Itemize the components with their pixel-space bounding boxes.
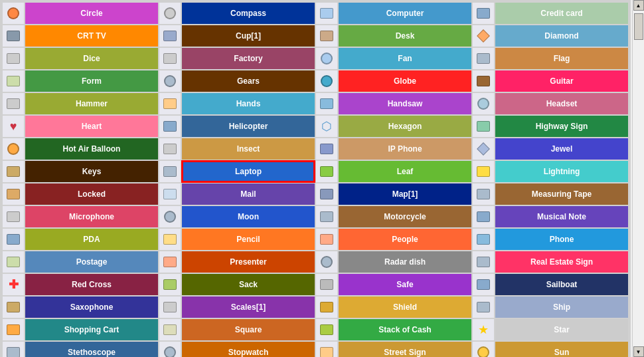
item-label[interactable]: Shopping Cart [25,319,158,340]
item-icon [3,161,24,182]
item-label[interactable]: Handsaw [339,93,471,114]
item-label[interactable]: Mail [182,183,315,205]
item-label[interactable]: Scales[1] [182,297,315,318]
item-label[interactable]: Safe [339,274,471,295]
item-label[interactable]: Star [495,319,628,340]
item-label[interactable]: Ship [495,297,628,318]
item-label[interactable]: Radar dish [339,251,471,273]
item-label[interactable]: Sun [495,342,628,357]
item-label[interactable]: Flag [495,48,628,69]
scroll-down-arrow[interactable]: ▼ [633,346,644,357]
item-label[interactable]: Postage [25,251,158,273]
item-icon [159,183,181,205]
item-label[interactable]: Hexagon [339,116,471,137]
list-item: Laptop [159,161,315,182]
item-label[interactable]: Measuring Tape [495,183,628,205]
item-label[interactable]: Sailboat [495,274,628,295]
item-label[interactable]: Phone [495,229,628,250]
item-label[interactable]: Headset [495,93,628,114]
item-icon [316,93,337,114]
item-label[interactable]: PDA [25,229,158,250]
list-item: Phone [473,229,628,250]
page-wrapper: CircleCompassComputerCredit cardCRT TVCu… [0,0,644,357]
item-icon [316,48,337,69]
item-icon [473,93,494,114]
item-label[interactable]: Gears [182,70,315,92]
item-label[interactable]: Microphone [25,206,158,227]
item-label[interactable]: Presenter [182,251,315,273]
item-icon [473,342,494,357]
item-label[interactable]: Pencil [182,229,315,250]
item-label[interactable]: Desk [339,25,471,47]
item-label[interactable]: Fan [339,48,471,69]
item-label[interactable]: Insect [182,138,315,160]
item-icon [159,70,181,92]
item-icon [316,342,337,357]
item-label[interactable]: Square [182,319,315,340]
item-label[interactable]: Stack of Cash [339,319,471,340]
item-icon [159,229,181,250]
item-label[interactable]: Stopwatch [182,342,315,357]
item-label[interactable]: Real Estate Sign [495,251,628,273]
item-label[interactable]: Jewel [495,138,628,160]
list-item: Postage [3,251,158,273]
item-label[interactable]: IP Phone [339,138,471,160]
list-item: PDA [3,229,158,250]
item-label[interactable]: People [339,229,471,250]
item-label[interactable]: Dice [25,48,158,69]
item-label[interactable]: Hands [182,93,315,114]
item-label[interactable]: Leaf [339,161,471,182]
list-item: Credit card [473,3,628,24]
item-label[interactable]: Cup[1] [182,25,315,47]
item-icon [316,206,337,227]
list-item: Radar dish [316,251,471,273]
item-label[interactable]: Guitar [495,70,628,92]
item-label[interactable]: Map[1] [339,183,471,205]
item-label[interactable]: Hot Air Balloon [25,138,158,160]
item-label[interactable]: Locked [25,183,158,205]
item-label[interactable]: Globe [339,70,471,92]
item-label[interactable]: Compass [182,3,315,24]
list-item: Diamond [473,25,628,47]
item-label[interactable]: Form [25,70,158,92]
item-label[interactable]: Keys [25,161,158,182]
item-icon [316,70,337,92]
item-icon: ★ [473,319,494,340]
item-label[interactable]: Lightning [495,161,628,182]
list-item: Hammer [3,93,158,114]
item-label[interactable]: Helicopter [182,116,315,137]
item-label[interactable]: Stethoscope [25,342,158,357]
item-label[interactable]: Moon [182,206,315,227]
item-label[interactable]: Street Sign [339,342,471,357]
item-label[interactable]: Diamond [495,25,628,47]
item-label[interactable]: CRT TV [25,25,158,47]
list-item: ✚Red Cross [3,274,158,295]
scroll-up-arrow[interactable]: ▲ [633,0,644,11]
item-label[interactable]: Laptop [182,161,315,182]
item-label[interactable]: Computer [339,3,471,24]
item-label[interactable]: Factory [182,48,315,69]
scrollbar[interactable]: ▲ ▼ [632,0,644,357]
list-item: Microphone [3,206,158,227]
item-label[interactable]: Motorcycle [339,206,471,227]
item-label[interactable]: Saxophone [25,297,158,318]
item-label[interactable]: Musical Note [495,206,628,227]
item-label[interactable]: Circle [25,3,158,24]
item-icon [473,251,494,273]
item-label[interactable]: Heart [25,116,158,137]
item-icon [159,138,181,160]
list-item: ⬡Hexagon [316,116,471,137]
item-icon [473,183,494,205]
item-icon [316,274,337,295]
item-label[interactable]: Shield [339,297,471,318]
item-label[interactable]: Hammer [25,93,158,114]
item-label[interactable]: Red Cross [25,274,158,295]
item-label[interactable]: Highway Sign [495,116,628,137]
scroll-thumb[interactable] [634,13,643,40]
list-item: CRT TV [3,25,158,47]
item-icon [473,297,494,318]
item-icon [473,138,494,160]
list-item: Real Estate Sign [473,251,628,273]
item-label[interactable]: Credit card [495,3,628,24]
item-label[interactable]: Sack [182,274,315,295]
